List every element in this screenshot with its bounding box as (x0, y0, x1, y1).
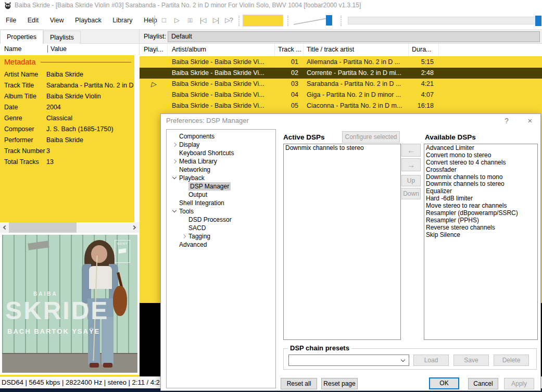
tree-expand-icon[interactable] (172, 209, 179, 214)
tree-item[interactable]: DSD Processor (167, 216, 275, 224)
column-track[interactable]: Track ... (275, 44, 304, 56)
playlist-row[interactable]: ▷ Baiba Skride - Baiba Skride Vi... 02 C… (140, 68, 542, 79)
tree-item[interactable]: Tagging (167, 232, 275, 241)
move-down-button[interactable]: Down (401, 188, 421, 199)
tree-item[interactable]: Display (167, 141, 275, 149)
property-row[interactable]: Total Tracks 13 (0, 156, 134, 167)
load-button[interactable]: Load (413, 355, 449, 366)
available-dsp-item[interactable]: Convert stereo to 4 channels (426, 159, 537, 167)
menu-playback[interactable]: Playback (70, 11, 106, 29)
column-name[interactable]: Name (4, 45, 21, 53)
column-title[interactable]: Title / track artist (304, 44, 409, 56)
property-row[interactable]: Track Number 3 (0, 145, 134, 156)
available-dsp-item[interactable]: Reverse stereo channels (426, 224, 537, 232)
seekbar[interactable] (348, 17, 539, 24)
tree-expand-icon[interactable] (172, 142, 179, 147)
menu-edit[interactable]: Edit (23, 11, 44, 29)
save-button[interactable]: Save (453, 355, 489, 366)
tree-item[interactable]: Tools (167, 207, 275, 216)
tree-item[interactable]: Media Library (167, 157, 275, 166)
delete-button[interactable]: Delete (494, 355, 529, 366)
available-dsp-item[interactable]: Skip Silence (426, 232, 537, 239)
column-artist-album[interactable]: Artist/album (168, 44, 275, 56)
property-row[interactable]: Composer J. S. Bach (1685-1750) (0, 123, 134, 134)
available-dsp-item[interactable]: Convert mono to stereo (426, 152, 537, 159)
available-dsp-item[interactable]: Resampler (PPHS) (426, 217, 537, 224)
available-dsp-item[interactable]: Crossfader (426, 167, 537, 174)
random-button[interactable]: ▷? (223, 15, 235, 26)
playlist-selector-combo[interactable]: Default (168, 31, 540, 42)
tree-item[interactable]: Networking (167, 166, 275, 174)
tree-expand-icon[interactable] (172, 159, 179, 164)
pause-button[interactable]: ▯▯ (184, 15, 196, 26)
tree-expand-icon[interactable] (172, 175, 179, 181)
menu-view[interactable]: View (45, 11, 69, 29)
tree-expand-icon[interactable] (181, 225, 188, 231)
apply-button[interactable]: Apply (504, 378, 534, 389)
tree-expand-icon[interactable] (172, 150, 179, 156)
stop-button[interactable]: □ (158, 15, 170, 26)
tree-item[interactable]: Playback (167, 174, 275, 182)
available-dsps-list[interactable]: Advanced LimiterConvert mono to stereoCo… (424, 144, 538, 340)
configure-selected-button[interactable]: Configure selected (342, 131, 400, 143)
volume-slider[interactable] (289, 14, 337, 27)
property-row[interactable]: Genre Classical (0, 112, 134, 123)
active-dsp-item[interactable]: Downmix channels to stereo (285, 145, 400, 152)
tree-expand-icon[interactable] (172, 167, 179, 172)
playlist-row[interactable]: ▷ Baiba Skride - Baiba Skride Vi... 04 G… (140, 90, 542, 100)
tab-playlists[interactable]: Playlists (43, 31, 81, 45)
column-value[interactable]: Value (47, 45, 67, 53)
move-right-button[interactable]: → (401, 158, 421, 171)
tree-expand-icon[interactable] (181, 184, 188, 189)
preset-combo[interactable] (288, 355, 409, 366)
available-dsp-item[interactable]: Downmix channels to stereo (426, 181, 537, 188)
tree-expand-icon[interactable] (181, 192, 188, 197)
playlist-row[interactable]: ▷ Baiba Skride - Baiba Skride Vi... 01 A… (140, 57, 542, 68)
property-row[interactable]: Artist Name Baiba Skride (0, 69, 134, 80)
scroll-right-icon[interactable] (131, 222, 140, 233)
properties-hscrollbar[interactable] (0, 222, 140, 233)
tree-expand-icon[interactable] (181, 217, 188, 222)
tree-expand-icon[interactable] (172, 242, 179, 247)
property-row[interactable]: Date 2004 (0, 102, 134, 112)
available-dsp-item[interactable]: Advanced Limiter (426, 145, 537, 152)
tree-expand-icon[interactable] (172, 200, 179, 206)
available-dsp-item[interactable]: Hard -6dB limiter (426, 195, 537, 203)
property-row[interactable]: Album Title Baiba Skride Violin (0, 91, 134, 102)
toolbar-grip[interactable] (238, 16, 241, 26)
tree-item[interactable]: DSP Manager (167, 182, 275, 191)
play-button[interactable]: ▷ (171, 15, 183, 26)
close-icon[interactable]: × (525, 116, 535, 126)
available-dsp-item[interactable]: Downmix channels to mono (426, 174, 537, 181)
tree-item[interactable]: Keyboard Shortcuts (167, 149, 275, 157)
property-row[interactable]: Performer Baiba Skride (0, 134, 134, 145)
seekbar-handle[interactable] (535, 16, 541, 26)
tree-expand-icon[interactable] (172, 134, 179, 139)
available-dsp-item[interactable]: Equalizer (426, 188, 537, 195)
tree-item[interactable]: Components (167, 132, 275, 141)
toolbar-grip[interactable] (341, 16, 343, 26)
toolbar-grip[interactable] (154, 16, 156, 26)
tree-expand-icon[interactable] (181, 234, 188, 239)
move-left-button[interactable]: ← (401, 144, 421, 157)
cancel-button[interactable]: Cancel (468, 378, 498, 389)
available-dsp-item[interactable]: Move stereo to rear channels (426, 203, 537, 210)
next-button[interactable]: ▷| (210, 15, 222, 26)
menu-library[interactable]: Library (108, 11, 137, 29)
tab-properties[interactable]: Properties (0, 30, 43, 44)
scrollbar-thumb[interactable] (9, 222, 77, 233)
playlist-row[interactable]: ▷ Baiba Skride - Baiba Skride Vi... 03 S… (140, 79, 542, 90)
available-dsp-item[interactable]: Resampler (dBpoweramp/SSRC) (426, 210, 537, 217)
tree-item[interactable]: Shell Integration (167, 199, 275, 207)
tree-item[interactable]: SACD (167, 224, 275, 232)
scroll-left-icon[interactable] (0, 222, 9, 233)
playlist-row[interactable]: ▷ Baiba Skride - Baiba Skride Vi... 05 C… (140, 100, 542, 111)
column-playing[interactable]: Playi... (140, 44, 168, 56)
help-icon[interactable]: ? (501, 116, 512, 126)
tree-item[interactable]: Output (167, 191, 275, 199)
menu-file[interactable]: File (1, 11, 21, 29)
reset-page-button[interactable]: Reset page (321, 378, 358, 389)
move-up-button[interactable]: Up (401, 175, 421, 186)
tree-item[interactable]: Advanced (167, 241, 275, 249)
previous-button[interactable]: |◁ (197, 15, 209, 26)
